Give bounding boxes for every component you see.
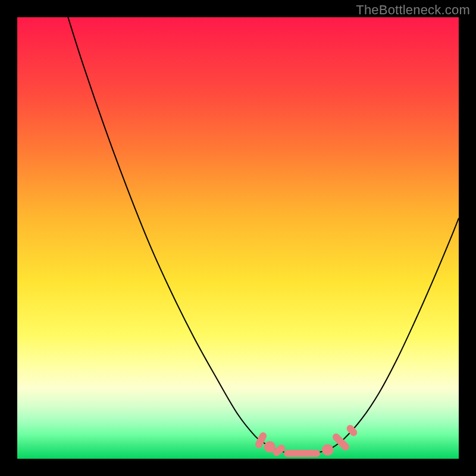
chart-svg xyxy=(17,17,459,459)
watermark-text: TheBottleneck.com xyxy=(356,2,470,18)
bottleneck-curve xyxy=(68,17,459,453)
marker-dot xyxy=(322,444,333,456)
chart-frame: TheBottleneck.com xyxy=(0,0,476,476)
v-curve-path xyxy=(68,17,459,453)
marker-pill xyxy=(284,450,320,457)
curve-markers xyxy=(254,424,359,458)
